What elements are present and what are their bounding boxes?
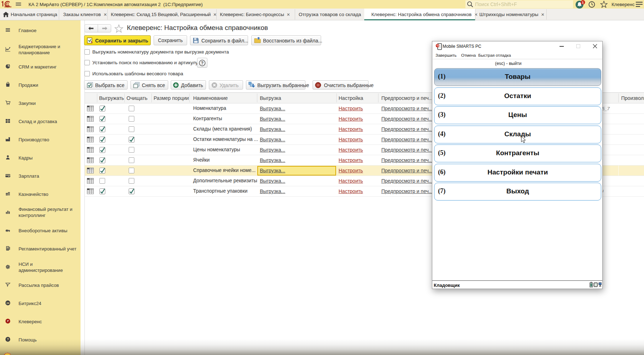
svg-text:1: 1 [582,0,584,4]
svg-text:24: 24 [6,302,9,304]
svg-text:?: ? [201,61,203,66]
